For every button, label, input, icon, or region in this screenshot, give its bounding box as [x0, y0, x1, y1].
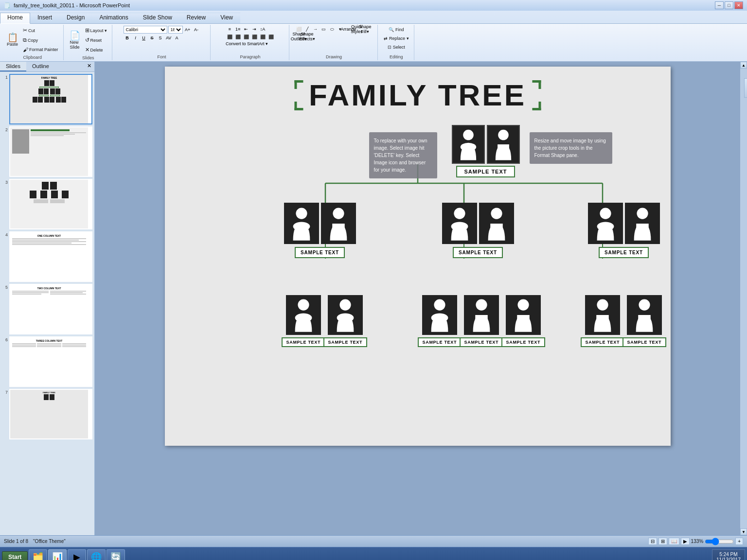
scroll-up-button[interactable]: ▲ [740, 62, 747, 69]
view-reading-button[interactable]: 📖 [669, 538, 679, 545]
slide-thumb-1[interactable]: 1 FAMILY TREE [2, 74, 92, 124]
slide-thumb-3[interactable]: 3 [2, 179, 92, 229]
paste-button[interactable]: 📋 Paste [5, 32, 20, 48]
align-left-button[interactable]: ⬛ [226, 34, 233, 40]
replace-icon: ⇄ [384, 36, 388, 41]
scroll-thumb[interactable] [744, 78, 747, 98]
close-button[interactable]: ✕ [734, 1, 743, 9]
s2-name [31, 129, 70, 131]
s2-line3 [31, 135, 64, 136]
slides-tab[interactable]: Slides [0, 62, 26, 71]
justify-button[interactable]: ⬛ [250, 34, 258, 40]
new-slide-button[interactable]: 📄 NewSlide [68, 30, 82, 51]
s7-title: FAMILY TREE [12, 391, 87, 394]
slideshow-button[interactable]: ▶ [681, 538, 690, 545]
text-direction-button[interactable]: ↕A [259, 26, 267, 33]
zoom-level: 133% [691, 539, 704, 544]
taskbar-recycle-app[interactable]: 🔄 [107, 549, 125, 560]
s1-row-0 [12, 80, 87, 86]
delete-button[interactable]: ✕ Delete [83, 45, 109, 54]
tab-home[interactable]: Home [0, 13, 30, 24]
find-button[interactable]: 🔍 Find [387, 26, 406, 34]
bracket-bl [294, 102, 303, 110]
tab-design[interactable]: Design [59, 13, 92, 23]
shape-fill-button[interactable]: Shape Fill▾ [361, 26, 369, 33]
slide-thumb-6[interactable]: 6 THREE COLUMN TEXT [2, 336, 92, 387]
align-buttons: ⬛ ⬛ ⬛ ⬛ ⬛ ⬛ [226, 34, 275, 40]
close-panel-button[interactable]: ✕ [84, 62, 94, 71]
s2-photo [12, 129, 29, 154]
ribbon-tabs: Home Insert Design Animations Slide Show… [0, 11, 747, 23]
cut-button[interactable]: ✂ Cut [21, 26, 60, 35]
taskbar-folder-app[interactable]: 🗂️ [29, 549, 47, 560]
font-style-buttons: B I U S S AV A [124, 35, 181, 41]
s1-p1 [50, 80, 54, 86]
shape-effects-button[interactable]: Shape Effects▾ [303, 33, 311, 40]
tab-animations[interactable]: Animations [92, 13, 135, 23]
slide-thumb-2[interactable]: 2 [2, 126, 92, 177]
slide-thumb-4[interactable]: 4 ONE COLUMN TEXT [2, 231, 92, 282]
convert-smartart-button[interactable]: Convert to SmartArt ▾ [226, 41, 268, 46]
layout-button[interactable]: ⊞ Layout ▾ [83, 26, 109, 35]
scroll-down-button[interactable]: ▼ [740, 528, 747, 535]
format-painter-button[interactable]: 🖌 Format Painter [21, 45, 60, 54]
rect-button[interactable]: ▭ [320, 26, 328, 33]
increase-font-button[interactable]: A+ [184, 26, 192, 33]
s2-text [31, 129, 86, 174]
font-size-select[interactable]: 18 [168, 26, 183, 34]
decrease-font-button[interactable]: A- [193, 26, 200, 33]
taskbar-browser-app[interactable]: 🌐 [87, 549, 106, 560]
tab-review[interactable]: Review [179, 13, 213, 23]
align-center-button[interactable]: ⬛ [234, 34, 242, 40]
tab-insert[interactable]: Insert [30, 13, 59, 23]
view-normal-button[interactable]: ⊟ [648, 538, 657, 545]
increase-indent-button[interactable]: ⇥ [250, 26, 258, 33]
outline-tab[interactable]: Outline [26, 62, 55, 71]
format-painter-icon: 🖌 [23, 47, 28, 52]
align-right-button[interactable]: ⬛ [242, 34, 250, 40]
align-text-button[interactable]: ⬛ [267, 34, 275, 40]
oval-button[interactable]: ⬭ [328, 26, 336, 33]
s5-l2 [12, 292, 49, 293]
taskbar-powerpoint-app[interactable]: 📊 [48, 549, 67, 560]
slide-canvas[interactable]: FAMILY TREE To replace with your own ima… [165, 67, 671, 446]
s1-p7 [38, 97, 43, 103]
reset-button[interactable]: ↺ Reset [83, 35, 109, 45]
decrease-indent-button[interactable]: ⇤ [242, 26, 250, 33]
bold-button[interactable]: B [124, 35, 131, 41]
minimize-button[interactable]: ─ [715, 1, 724, 9]
copy-button[interactable]: ⧉ Copy [21, 35, 60, 45]
l2-0-person [286, 295, 321, 335]
font-family-select[interactable]: Calibri [124, 26, 167, 34]
font-color-button[interactable]: A [173, 35, 181, 41]
underline-button[interactable]: U [140, 35, 148, 41]
zoom-in-button[interactable]: + [735, 538, 743, 545]
svg-rect-31 [475, 315, 488, 323]
start-button[interactable]: Start [2, 551, 28, 560]
s6-l5 [37, 345, 61, 346]
right-scrollbar[interactable]: ▲ ▼ [740, 62, 747, 535]
view-slidesorter-button[interactable]: ⊞ [658, 538, 667, 545]
slide-preview-3 [9, 179, 92, 229]
char-spacing-button[interactable]: AV [165, 35, 173, 41]
select-button[interactable]: ⊡ Select [386, 43, 407, 51]
tab-slideshow[interactable]: Slide Show [136, 13, 179, 23]
bullet-list-button[interactable]: ≡ [226, 26, 233, 33]
tab-view[interactable]: View [213, 13, 240, 23]
numbered-list-button[interactable]: 1≡ [234, 26, 242, 33]
canvas-area[interactable]: FAMILY TREE To replace with your own ima… [95, 62, 740, 535]
replace-button[interactable]: ⇄ Replace ▾ [382, 35, 411, 42]
slide-thumb-5[interactable]: 5 TWO COLUMN TEXT [2, 284, 92, 334]
column-button[interactable]: ⬛ [259, 34, 267, 40]
right-bracket [530, 80, 541, 110]
bracket-br [532, 102, 541, 110]
zoom-slider[interactable] [705, 539, 734, 544]
italic-button[interactable]: I [132, 35, 140, 41]
slide-thumb-7[interactable]: 7 FAMILY TREE [2, 389, 92, 439]
maximize-button[interactable]: □ [725, 1, 733, 9]
shadow-button[interactable]: S [157, 35, 164, 41]
svg-point-8 [463, 130, 474, 140]
strikethrough-button[interactable]: S [148, 35, 156, 41]
taskbar-media-app[interactable]: ▶ [68, 549, 86, 560]
s3-p3 [30, 191, 36, 198]
